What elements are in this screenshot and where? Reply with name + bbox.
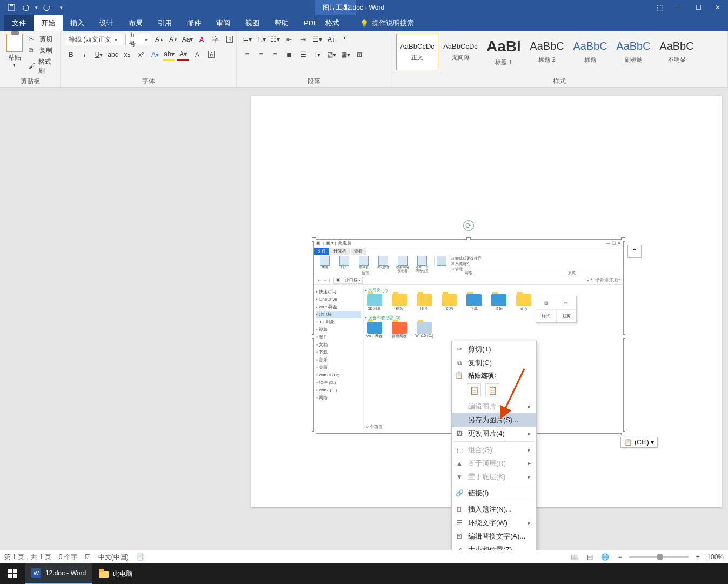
text-effects-icon[interactable]: A▾ — [149, 49, 161, 61]
style-item[interactable]: AaBbC不明显 — [656, 34, 698, 70]
styles-gallery[interactable]: AaBbCcDc正文AaBbCcDc无间隔AaBl标题 1AaBbC标题 2Aa… — [396, 34, 723, 76]
align-justify-icon[interactable]: ≣ — [283, 49, 295, 61]
view-print-icon[interactable]: ▤ — [584, 551, 596, 563]
multilevel-icon[interactable]: ☷▾ — [269, 34, 281, 45]
asian-layout-icon[interactable]: ☰▾ — [311, 34, 323, 45]
qat-customize-icon[interactable]: ▾ — [55, 2, 67, 14]
cm-save-as-picture[interactable]: 另存为图片(S)... — [452, 413, 536, 427]
status-page[interactable]: 第 1 页，共 1 页 — [4, 553, 51, 562]
style-item[interactable]: AaBl标题 1 — [483, 34, 525, 70]
minimize-icon[interactable]: ─ — [670, 2, 688, 14]
zoom-value[interactable]: 100% — [707, 553, 724, 561]
shrink-font-icon[interactable]: A▼ — [168, 34, 179, 45]
numbering-icon[interactable]: ⒈▾ — [255, 34, 267, 45]
paste-ctrl-tag[interactable]: 📋 (Ctrl) ▾ — [620, 437, 658, 448]
cm-size-pos[interactable]: ⤢大小和位置(Z)... — [452, 543, 536, 550]
tab-mailings[interactable]: 邮件 — [179, 15, 209, 31]
cm-wrap-text[interactable]: ☰环绕文字(W)▸ — [452, 516, 536, 529]
tab-help[interactable]: 帮助 — [267, 15, 296, 31]
style-item[interactable]: AaBbC标题 2 — [526, 34, 568, 70]
underline-icon[interactable]: U▾ — [93, 49, 105, 61]
bold-icon[interactable]: B — [65, 49, 77, 61]
tab-insert[interactable]: 插入 — [63, 15, 92, 31]
undo-dropdown-icon[interactable]: ▾ — [34, 2, 39, 14]
strike-icon[interactable]: abc — [107, 49, 119, 61]
change-case-icon[interactable]: Aa▾ — [182, 34, 193, 45]
tab-review[interactable]: 审阅 — [209, 15, 238, 31]
cut-button[interactable]: ✂剪切 — [29, 35, 56, 44]
cm-insert-caption[interactable]: 🗒插入题注(N)... — [452, 502, 536, 516]
char-shading-icon[interactable]: A — [191, 49, 203, 61]
tab-format[interactable]: 格式 — [318, 15, 347, 31]
cm-change-picture[interactable]: 🖼更改图片(4)▸ — [452, 427, 536, 440]
font-family-combo[interactable]: 等线 (西文正文 — [65, 34, 123, 45]
font-color-icon[interactable]: A▾ — [177, 49, 189, 61]
tab-home[interactable]: 开始 — [34, 15, 63, 31]
zoom-slider[interactable] — [629, 556, 689, 558]
document-area[interactable]: ⟳ ⌃ ▣| ▣ ▾ | 此电脑 — ▢ ✕ 文件 计算机 查看 属性打开重命名… — [0, 88, 728, 550]
distributed-icon[interactable]: ☰ — [297, 49, 309, 61]
layout-options-icon[interactable]: ⌃ — [627, 245, 642, 258]
redo-icon[interactable] — [41, 2, 53, 14]
grow-font-icon[interactable]: A▲ — [153, 34, 165, 45]
rotate-handle-icon[interactable]: ⟳ — [463, 220, 474, 231]
view-web-icon[interactable]: 🌐 — [599, 551, 611, 563]
tab-layout[interactable]: 布局 — [121, 15, 150, 31]
format-painter-button[interactable]: 🖌格式刷 — [29, 57, 56, 76]
style-item[interactable]: AaBbCcDc无间隔 — [439, 34, 482, 70]
status-proof-icon[interactable]: ☑ — [85, 553, 91, 561]
copy-button[interactable]: ⧉复制 — [29, 46, 56, 55]
paste-option-2[interactable]: 📋 — [485, 383, 499, 397]
style-item[interactable]: AaBbCcDc正文 — [396, 34, 438, 70]
task-explorer[interactable]: 此电脑 — [92, 563, 139, 584]
show-marks-icon[interactable]: ¶ — [339, 34, 351, 45]
close-icon[interactable]: ✕ — [709, 2, 727, 14]
cm-link[interactable]: 🔗链接(I) — [452, 486, 536, 500]
zoom-out-icon[interactable]: − — [614, 551, 626, 563]
superscript-icon[interactable]: x² — [135, 49, 147, 61]
align-center-icon[interactable]: ≡ — [255, 49, 267, 61]
zoom-thumb[interactable] — [657, 554, 663, 560]
status-lang[interactable]: 中文(中国) — [98, 553, 129, 562]
align-left-icon[interactable]: ≡ — [241, 49, 253, 61]
indent-inc-icon[interactable]: ⇥ — [297, 34, 309, 45]
line-spacing-icon[interactable]: ↕▾ — [311, 49, 323, 61]
paste-button[interactable]: 粘贴 ▾ — [4, 34, 24, 68]
italic-icon[interactable]: I — [79, 49, 91, 61]
enclose-icon[interactable]: 🄰 — [224, 34, 236, 45]
phonetic-icon[interactable]: 字 — [210, 34, 222, 45]
paste-option-1[interactable]: 📋 — [467, 383, 481, 397]
ribbon-opts-icon[interactable]: ⬚ — [650, 2, 669, 14]
cm-copy[interactable]: ⧉复制(C) — [452, 356, 536, 369]
snap-grid-icon[interactable]: ⊞ — [353, 49, 365, 61]
save-icon[interactable] — [5, 2, 17, 14]
indent-dec-icon[interactable]: ⇤ — [283, 34, 295, 45]
start-button[interactable] — [0, 563, 25, 584]
highlight-icon[interactable]: ab▾ — [163, 49, 175, 61]
status-words[interactable]: 0 个字 — [59, 553, 77, 562]
tab-references[interactable]: 引用 — [150, 15, 179, 31]
clear-format-icon[interactable]: A̸ — [196, 34, 208, 45]
maximize-icon[interactable]: ☐ — [689, 2, 707, 14]
bullets-icon[interactable]: ≔▾ — [241, 34, 253, 45]
tab-file[interactable]: 文件 — [4, 15, 34, 31]
tab-view[interactable]: 视图 — [238, 15, 267, 31]
tab-design[interactable]: 设计 — [92, 15, 121, 31]
shading-icon[interactable]: ▧▾ — [325, 49, 337, 61]
tell-me-search[interactable]: 💡 操作说明搜索 — [360, 18, 414, 28]
cm-edit-alt[interactable]: 🖹编辑替换文字(A)... — [452, 529, 536, 543]
view-read-icon[interactable]: 📖 — [569, 551, 580, 563]
undo-icon[interactable] — [19, 2, 31, 14]
style-item[interactable]: AaBbC副标题 — [612, 34, 654, 70]
subscript-icon[interactable]: x₂ — [121, 49, 133, 61]
cm-cut[interactable]: ✂剪切(T) — [452, 342, 536, 356]
sort-icon[interactable]: A↓ — [325, 34, 337, 45]
char-border-icon[interactable]: 🄰 — [205, 49, 217, 61]
status-insert-icon[interactable]: 📑 — [136, 553, 144, 561]
task-word[interactable]: W 12.doc - Word — [25, 563, 92, 584]
style-item[interactable]: AaBbC标题 — [569, 34, 611, 70]
align-right-icon[interactable]: ≡ — [269, 49, 281, 61]
borders-icon[interactable]: ▦▾ — [339, 49, 351, 61]
zoom-in-icon[interactable]: + — [692, 551, 704, 563]
font-size-combo[interactable]: 五号 — [125, 34, 151, 45]
